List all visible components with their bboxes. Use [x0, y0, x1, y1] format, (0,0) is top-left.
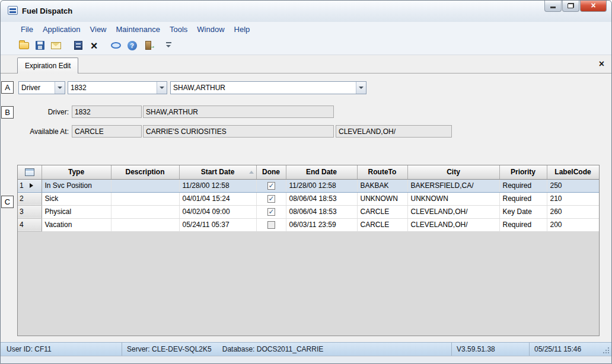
cell-route-to[interactable]: CARCLE [357, 205, 407, 218]
app-icon [8, 6, 18, 15]
menu-help[interactable]: Help [230, 23, 255, 36]
grid-table: TypeDescriptionStart DateDoneEnd DateRou… [18, 165, 600, 232]
cell-description[interactable] [111, 218, 179, 231]
cell-done[interactable] [256, 192, 286, 205]
cell-type[interactable]: Physical [42, 205, 111, 218]
cell-description[interactable] [111, 179, 179, 192]
cell-priority[interactable]: Required [499, 192, 547, 205]
window-title: Fuel Dispatch [22, 7, 72, 15]
tab-expiration-edit[interactable]: Expiration Edit [17, 58, 78, 74]
cell-type[interactable]: Vacation [42, 218, 111, 231]
column-header-done[interactable]: Done [256, 165, 286, 179]
close-button[interactable]: × [580, 1, 607, 12]
column-header-description[interactable]: Description [111, 165, 179, 179]
cell-route-to[interactable]: UNKNOWN [357, 192, 407, 205]
exit-icon[interactable] [140, 37, 156, 53]
restore-button[interactable] [562, 1, 579, 12]
cell-route-to[interactable]: BAKBAK [357, 179, 407, 192]
app-window: Fuel Dispatch × FileApplicationViewMaint… [0, 0, 612, 364]
column-header-labelcode[interactable]: LabelCode [547, 165, 599, 179]
resize-grip[interactable] [603, 347, 610, 355]
column-header-start-date[interactable]: Start Date [179, 165, 256, 179]
annotation-c: C [1, 196, 14, 208]
done-checkbox[interactable] [267, 208, 275, 216]
grid-row-4[interactable]: 4Vacation05/24/11 05:3706/03/11 23:59CAR… [18, 218, 599, 231]
menu-view[interactable]: View [85, 23, 111, 36]
column-header-city[interactable]: City [407, 165, 499, 179]
driver-id-combo[interactable]: 1832 [68, 81, 167, 94]
mail-icon[interactable] [48, 37, 64, 53]
row-header-2[interactable]: 2 [18, 192, 42, 205]
grid-row-1[interactable]: 1In Svc Position11/28/00 12:5811/28/00 1… [18, 179, 599, 192]
grid-row-3[interactable]: 3Physical04/02/04 09:0008/06/04 18:53CAR… [18, 205, 599, 218]
column-header-priority[interactable]: Priority [499, 165, 547, 179]
cell-type[interactable]: Sick [42, 192, 111, 205]
notes-icon[interactable] [108, 37, 124, 53]
save-icon[interactable] [32, 37, 48, 53]
column-header-end-date[interactable]: End Date [286, 165, 357, 179]
driver-id-combo-dropdown-icon[interactable] [157, 82, 167, 94]
delete-icon[interactable] [86, 37, 102, 53]
driver-name-combo-dropdown-icon[interactable] [356, 82, 366, 94]
cell-end-date[interactable]: 08/06/04 18:53 [286, 192, 357, 205]
cell-priority[interactable]: Required [499, 218, 547, 231]
cell-route-to[interactable]: CARCLE [357, 218, 407, 231]
report-icon[interactable] [70, 37, 86, 53]
cell-type[interactable]: In Svc Position [42, 179, 111, 192]
cell-start-date[interactable]: 04/02/04 09:00 [179, 205, 256, 218]
done-checkbox[interactable] [267, 221, 275, 229]
available-at-code-field: CARCLE [72, 125, 142, 138]
help-icon[interactable] [124, 37, 140, 53]
cell-done[interactable] [256, 179, 286, 192]
status-server-segment: Server: CLE-DEV-SQL2K5 Database: DOCS201… [122, 343, 451, 356]
column-header-type[interactable]: Type [42, 165, 111, 179]
cell-start-date[interactable]: 11/28/00 12:58 [179, 179, 256, 192]
menu-file[interactable]: File [16, 23, 38, 36]
menu-maintenance[interactable]: Maintenance [111, 23, 165, 36]
row-header-4[interactable]: 4 [18, 218, 42, 231]
done-checkbox[interactable] [267, 182, 275, 190]
cell-city[interactable]: CLEVELAND,OH/ [407, 205, 499, 218]
cell-priority[interactable]: Required [499, 179, 547, 192]
tab-close-icon[interactable]: × [599, 58, 604, 70]
cell-label-code[interactable]: 250 [547, 179, 599, 192]
menu-window[interactable]: Window [192, 23, 229, 36]
cell-label-code[interactable]: 200 [547, 218, 599, 231]
menubar: FileApplicationViewMaintenanceToolsWindo… [1, 22, 611, 36]
driver-name-combo[interactable]: SHAW,ARTHUR [170, 81, 366, 94]
cell-done[interactable] [256, 205, 286, 218]
menu-application[interactable]: Application [38, 23, 85, 36]
mode-combo-dropdown-icon[interactable] [55, 82, 65, 94]
cell-city[interactable]: CLEVELAND,OH/ [407, 218, 499, 231]
row-header-1[interactable]: 1 [18, 179, 42, 192]
column-header-routeto[interactable]: RouteTo [357, 165, 407, 179]
cell-end-date[interactable]: 08/06/04 18:53 [286, 205, 357, 218]
toolbar-overflow-icon[interactable] [164, 41, 173, 50]
driver-name-field: SHAW,ARTHUR [143, 106, 334, 118]
annotation-a: A [1, 81, 14, 94]
cell-start-date[interactable]: 04/01/04 15:24 [179, 192, 256, 205]
minimize-button[interactable] [544, 1, 562, 12]
titlebar[interactable]: Fuel Dispatch × [1, 1, 611, 22]
cell-label-code[interactable]: 260 [547, 205, 599, 218]
cell-done[interactable] [256, 218, 286, 231]
row-selector-header[interactable] [18, 165, 42, 179]
mode-combo[interactable]: Driver [18, 81, 65, 94]
cell-description[interactable] [111, 192, 179, 205]
cell-city[interactable]: UNKNOWN [407, 192, 499, 205]
grid-row-2[interactable]: 2Sick04/01/04 15:2408/06/04 18:53UNKNOWN… [18, 192, 599, 205]
cell-start-date[interactable]: 05/24/11 05:37 [179, 218, 256, 231]
open-folder-icon[interactable] [16, 37, 32, 53]
done-checkbox[interactable] [267, 195, 275, 203]
cell-city[interactable]: BAKERSFIELD,CA/ [407, 179, 499, 192]
cell-description[interactable] [111, 205, 179, 218]
menu-tools[interactable]: Tools [165, 23, 192, 36]
sort-ascending-icon [249, 171, 254, 174]
status-version-segment: V3.59.51.38 [451, 343, 529, 356]
annotation-b: B [1, 106, 14, 119]
cell-priority[interactable]: Key Date [499, 205, 547, 218]
cell-end-date[interactable]: 06/03/11 23:59 [286, 218, 357, 231]
cell-end-date[interactable]: 11/28/00 12:58 [286, 179, 357, 192]
cell-label-code[interactable]: 210 [547, 192, 599, 205]
row-header-3[interactable]: 3 [18, 205, 42, 218]
